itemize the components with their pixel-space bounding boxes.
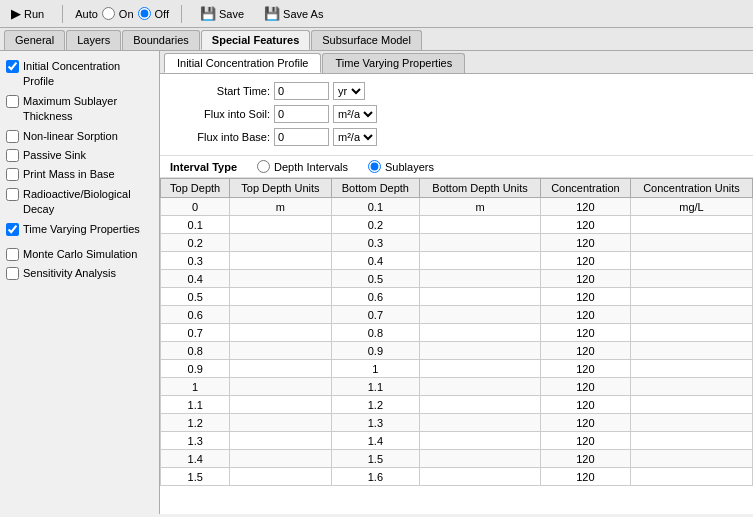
cell-conc_unit-4[interactable] xyxy=(630,270,752,288)
cell-top_unit-14[interactable] xyxy=(230,450,331,468)
cell-top-6[interactable]: 0.6 xyxy=(161,306,230,324)
cell-bottom-4[interactable]: 0.5 xyxy=(331,270,420,288)
cell-top-4[interactable]: 0.4 xyxy=(161,270,230,288)
cell-top_unit-4[interactable] xyxy=(230,270,331,288)
cell-bottom_unit-1[interactable] xyxy=(420,216,541,234)
sub-tab-initial-conc[interactable]: Initial Concentration Profile xyxy=(164,53,321,73)
cell-conc-2[interactable]: 120 xyxy=(540,234,630,252)
on-radio[interactable] xyxy=(102,7,115,20)
table-row[interactable]: 0.60.7120 xyxy=(161,306,753,324)
cell-bottom-8[interactable]: 0.9 xyxy=(331,342,420,360)
table-row[interactable]: 0.20.3120 xyxy=(161,234,753,252)
save-button[interactable]: 💾 Save xyxy=(194,3,250,24)
cell-bottom_unit-14[interactable] xyxy=(420,450,541,468)
cell-conc_unit-9[interactable] xyxy=(630,360,752,378)
cell-conc_unit-12[interactable] xyxy=(630,414,752,432)
tab-special-features[interactable]: Special Features xyxy=(201,30,310,50)
table-row[interactable]: 0.70.8120 xyxy=(161,324,753,342)
start-time-input[interactable] xyxy=(274,82,329,100)
cell-conc_unit-10[interactable] xyxy=(630,378,752,396)
cell-conc-5[interactable]: 120 xyxy=(540,288,630,306)
start-time-unit-select[interactable]: yr xyxy=(333,82,365,100)
cell-top-11[interactable]: 1.1 xyxy=(161,396,230,414)
cell-conc_unit-13[interactable] xyxy=(630,432,752,450)
cell-top-2[interactable]: 0.2 xyxy=(161,234,230,252)
table-row[interactable]: 0.80.9120 xyxy=(161,342,753,360)
cell-top-9[interactable]: 0.9 xyxy=(161,360,230,378)
cell-top_unit-1[interactable] xyxy=(230,216,331,234)
cell-conc-1[interactable]: 120 xyxy=(540,216,630,234)
tab-subsurface-model[interactable]: Subsurface Model xyxy=(311,30,422,50)
cell-top-1[interactable]: 0.1 xyxy=(161,216,230,234)
sublayers-label[interactable]: Sublayers xyxy=(368,160,434,173)
cell-conc_unit-14[interactable] xyxy=(630,450,752,468)
cell-top_unit-6[interactable] xyxy=(230,306,331,324)
cell-top-14[interactable]: 1.4 xyxy=(161,450,230,468)
cell-top-13[interactable]: 1.3 xyxy=(161,432,230,450)
sub-tab-time-varying[interactable]: Time Varying Properties xyxy=(322,53,465,73)
cell-top_unit-7[interactable] xyxy=(230,324,331,342)
cell-conc-7[interactable]: 120 xyxy=(540,324,630,342)
cell-top-3[interactable]: 0.3 xyxy=(161,252,230,270)
cell-bottom_unit-5[interactable] xyxy=(420,288,541,306)
run-button[interactable]: ▶ Run xyxy=(5,3,50,24)
table-row[interactable]: 0.40.5120 xyxy=(161,270,753,288)
cell-bottom_unit-7[interactable] xyxy=(420,324,541,342)
flux-base-input[interactable] xyxy=(274,128,329,146)
cell-top_unit-2[interactable] xyxy=(230,234,331,252)
cell-top_unit-9[interactable] xyxy=(230,360,331,378)
cell-conc-11[interactable]: 120 xyxy=(540,396,630,414)
max-sublayer-checkbox[interactable] xyxy=(6,95,19,108)
table-row[interactable]: 0.91120 xyxy=(161,360,753,378)
table-row[interactable]: 0.50.6120 xyxy=(161,288,753,306)
cell-top_unit-10[interactable] xyxy=(230,378,331,396)
cell-top-0[interactable]: 0 xyxy=(161,198,230,216)
sublayers-radio[interactable] xyxy=(368,160,381,173)
cell-top_unit-8[interactable] xyxy=(230,342,331,360)
save-as-button[interactable]: 💾 Save As xyxy=(258,3,329,24)
cell-top_unit-15[interactable] xyxy=(230,468,331,486)
cell-top-15[interactable]: 1.5 xyxy=(161,468,230,486)
cell-bottom-7[interactable]: 0.8 xyxy=(331,324,420,342)
cell-bottom-9[interactable]: 1 xyxy=(331,360,420,378)
cell-conc_unit-11[interactable] xyxy=(630,396,752,414)
cell-top-12[interactable]: 1.2 xyxy=(161,414,230,432)
cell-bottom-12[interactable]: 1.3 xyxy=(331,414,420,432)
table-row[interactable]: 1.21.3120 xyxy=(161,414,753,432)
cell-conc-9[interactable]: 120 xyxy=(540,360,630,378)
sidebar-item-sensitivity[interactable]: Sensitivity Analysis xyxy=(4,264,155,283)
sensitivity-checkbox[interactable] xyxy=(6,267,19,280)
initial-conc-checkbox[interactable] xyxy=(6,60,19,73)
off-radio[interactable] xyxy=(138,7,151,20)
cell-conc-6[interactable]: 120 xyxy=(540,306,630,324)
cell-bottom-6[interactable]: 0.7 xyxy=(331,306,420,324)
cell-bottom_unit-9[interactable] xyxy=(420,360,541,378)
cell-top_unit-12[interactable] xyxy=(230,414,331,432)
cell-bottom-15[interactable]: 1.6 xyxy=(331,468,420,486)
cell-conc_unit-7[interactable] xyxy=(630,324,752,342)
cell-conc_unit-2[interactable] xyxy=(630,234,752,252)
cell-conc_unit-3[interactable] xyxy=(630,252,752,270)
table-row[interactable]: 11.1120 xyxy=(161,378,753,396)
cell-conc_unit-15[interactable] xyxy=(630,468,752,486)
cell-conc-14[interactable]: 120 xyxy=(540,450,630,468)
table-row[interactable]: 0.10.2120 xyxy=(161,216,753,234)
monte-carlo-checkbox[interactable] xyxy=(6,248,19,261)
nonlinear-sorption-checkbox[interactable] xyxy=(6,130,19,143)
sidebar-item-print-mass[interactable]: Print Mass in Base xyxy=(4,165,155,184)
sidebar-item-monte-carlo[interactable]: Monte Carlo Simulation xyxy=(4,245,155,264)
sidebar-item-passive-sink[interactable]: Passive Sink xyxy=(4,146,155,165)
cell-bottom_unit-15[interactable] xyxy=(420,468,541,486)
flux-soil-input[interactable] xyxy=(274,105,329,123)
flux-base-unit-select[interactable]: m²/a xyxy=(333,128,377,146)
cell-top_unit-13[interactable] xyxy=(230,432,331,450)
cell-bottom_unit-0[interactable]: m xyxy=(420,198,541,216)
cell-conc-15[interactable]: 120 xyxy=(540,468,630,486)
cell-top_unit-5[interactable] xyxy=(230,288,331,306)
cell-bottom-3[interactable]: 0.4 xyxy=(331,252,420,270)
cell-conc_unit-6[interactable] xyxy=(630,306,752,324)
radio-decay-checkbox[interactable] xyxy=(6,188,19,201)
cell-bottom_unit-10[interactable] xyxy=(420,378,541,396)
cell-bottom-14[interactable]: 1.5 xyxy=(331,450,420,468)
sidebar-item-time-varying[interactable]: Time Varying Properties xyxy=(4,220,155,239)
